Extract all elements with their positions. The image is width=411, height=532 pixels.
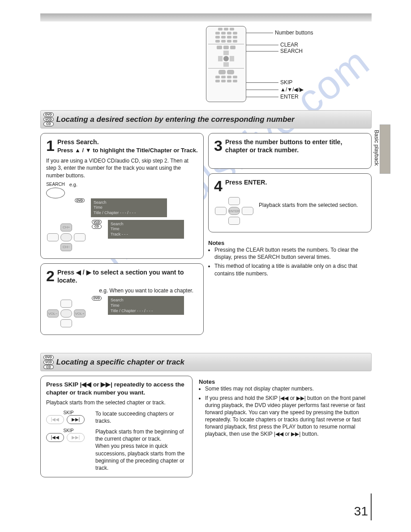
- osd2-disc-vcd: VCD: [92, 220, 102, 224]
- dpad-left-right: VOL− VOL+: [46, 298, 86, 329]
- dpad-enter: ENTER: [214, 195, 254, 227]
- dpad-left: [215, 207, 227, 215]
- osd-line: Title / Chapter - - - / - - -: [94, 210, 164, 216]
- skip-label: SKIP: [46, 428, 91, 433]
- osd-line: Search: [111, 298, 181, 303]
- osd-display-dvd: Search Time Title / Chapter - - - / - - …: [91, 198, 167, 217]
- dpad-up: [228, 197, 240, 205]
- page-number: 31: [354, 504, 368, 519]
- step4-number: 4: [214, 178, 223, 193]
- osd-display-step2: Search Time Title / Chapter - - - / - - …: [108, 296, 184, 315]
- dpad-center: [60, 233, 72, 241]
- osd-disc: DVD: [92, 296, 102, 300]
- section2-box: Press SKIP |◀◀ or ▶▶| repeatedly to acce…: [40, 376, 193, 477]
- dpad-right: [242, 207, 253, 215]
- section2-heading: DVD VCD CD Locating a specific chapter o…: [40, 353, 372, 371]
- section2-box-title: Press SKIP |◀◀ or ▶▶| repeatedly to acce…: [46, 381, 187, 396]
- page-content: Number buttons CLEAR SEARCH SKIP ▲/▼/◀/▶…: [40, 13, 372, 477]
- remote-control-icon: [206, 26, 246, 102]
- disc-cd: CD: [43, 122, 54, 126]
- step2-title: Press ◀ / ▶ to select a section you want…: [46, 268, 198, 284]
- search-button-diagram: SEARCH: [46, 182, 65, 198]
- osd-line: Search: [94, 200, 164, 206]
- dpad-down: CH−: [60, 243, 72, 251]
- osd-line: Search: [111, 222, 181, 227]
- dpad-left: [47, 233, 59, 241]
- step1-number: 1: [46, 138, 55, 153]
- section1-heading: DVD VCD CD Locating a desired section by…: [40, 110, 372, 129]
- osd-line: Time: [94, 205, 164, 210]
- callout-clear: CLEAR: [280, 42, 298, 48]
- skip-back-faded-icon: |◀◀: [46, 415, 64, 424]
- dpad-left: VOL−: [47, 309, 59, 317]
- step2-number: 2: [46, 268, 55, 283]
- dpad-up: CH+: [60, 223, 72, 232]
- step3-number: 3: [214, 138, 223, 153]
- disc-vcd: VCD: [43, 360, 54, 365]
- note-item: If you press and hold the SKIP |◀◀ or ▶▶…: [205, 395, 372, 438]
- section2-title: Locating a specific chapter or track: [56, 358, 184, 367]
- skip-fwd-text: To locate succeeding chapters or tracks.: [95, 410, 187, 425]
- notes-title: Notes: [208, 240, 372, 246]
- disc-cd: CD: [43, 365, 54, 369]
- dpad-up: [60, 300, 72, 308]
- section-tab: [380, 124, 390, 174]
- step1-eg: e.g.: [69, 182, 77, 187]
- page-top-border: [40, 13, 372, 21]
- note-item: This method of locating a title is avail…: [214, 262, 372, 277]
- step1-box: 1 Press Search. Press ▲ / ▼ to highlight…: [40, 133, 204, 259]
- skip-back-icon: |◀◀: [46, 433, 64, 442]
- skip-fwd-icon: ▶▶|: [67, 415, 85, 424]
- dpad-center: ENTER: [228, 207, 240, 215]
- step2-eg: e.g. When you want to locate a chapter.: [46, 287, 198, 294]
- skip-fwd-faded-icon: ▶▶|: [67, 433, 85, 442]
- osd1-disc: DVD: [75, 198, 85, 203]
- step4-title: Press ENTER.: [214, 178, 366, 186]
- step3-title: Press the number buttons to enter title,…: [214, 138, 366, 154]
- step3-box: 3 Press the number buttons to enter titl…: [208, 133, 372, 169]
- dpad-right: VOL+: [74, 309, 86, 317]
- remote-diagram: Number buttons CLEAR SEARCH SKIP ▲/▼/◀/▶…: [40, 26, 372, 107]
- dpad-down: [228, 217, 240, 225]
- skip-back-text: Playback starts from the beginning of th…: [95, 428, 187, 472]
- osd-line: Time: [111, 227, 181, 232]
- osd-line: Track - - -: [111, 232, 181, 237]
- callout-search: SEARCH: [280, 48, 303, 54]
- osd-display-vcd-cd: Search Time Track - - -: [108, 220, 184, 239]
- callout-enter: ENTER: [280, 94, 299, 100]
- page-number-bar: [371, 493, 372, 520]
- callout-arrows: ▲/▼/◀/▶: [280, 86, 304, 93]
- osd2-disc-cd: CD: [92, 224, 102, 229]
- section-tab-label: Basic playback: [373, 130, 380, 166]
- section1-title: Locating a desired section by entering t…: [56, 115, 295, 124]
- disc-dvd: DVD: [43, 112, 54, 117]
- callout-skip: SKIP: [280, 79, 292, 86]
- notes-title: Notes: [199, 378, 372, 385]
- disc-icons: DVD VCD CD: [43, 112, 54, 126]
- dpad-down: [60, 319, 72, 327]
- note-item: Some titles may not display chapter numb…: [205, 385, 372, 392]
- section1-notes: Notes Pressing the CLEAR button resets t…: [208, 237, 372, 279]
- step2-box: 2 Press ◀ / ▶ to select a section you wa…: [40, 263, 204, 335]
- note-item: Pressing the CLEAR button resets the num…: [214, 246, 372, 261]
- dpad-right: [74, 233, 86, 241]
- dpad-center: [60, 309, 72, 317]
- section2-box-body: Playback starts from the selected chapte…: [46, 399, 187, 406]
- step1-body: If you are using a VIDEO CD/audio CD, sk…: [46, 157, 198, 179]
- section2-notes: Notes Some titles may not display chapte…: [199, 376, 372, 477]
- osd-line: Time: [111, 303, 181, 309]
- disc-vcd: VCD: [43, 117, 54, 122]
- disc-dvd: DVD: [43, 355, 54, 360]
- disc-icons: DVD VCD CD: [43, 355, 54, 369]
- skip-label: SKIP: [46, 410, 91, 415]
- dpad-up-down: CH+ CH−: [46, 222, 86, 253]
- callout-number-buttons: Number buttons: [275, 30, 313, 36]
- search-button-label: SEARCH: [46, 182, 65, 187]
- step4-box: 4 Press ENTER. ENTER Playback starts fro…: [208, 173, 372, 232]
- step4-body: Playback starts from the selected sectio…: [259, 202, 358, 227]
- osd-line: Title / Chapter - - - / - - -: [111, 309, 181, 314]
- step1-title: Press Search.: [46, 138, 198, 146]
- step1-subtitle: Press ▲ / ▼ to highlight the Title/Chapt…: [46, 147, 198, 154]
